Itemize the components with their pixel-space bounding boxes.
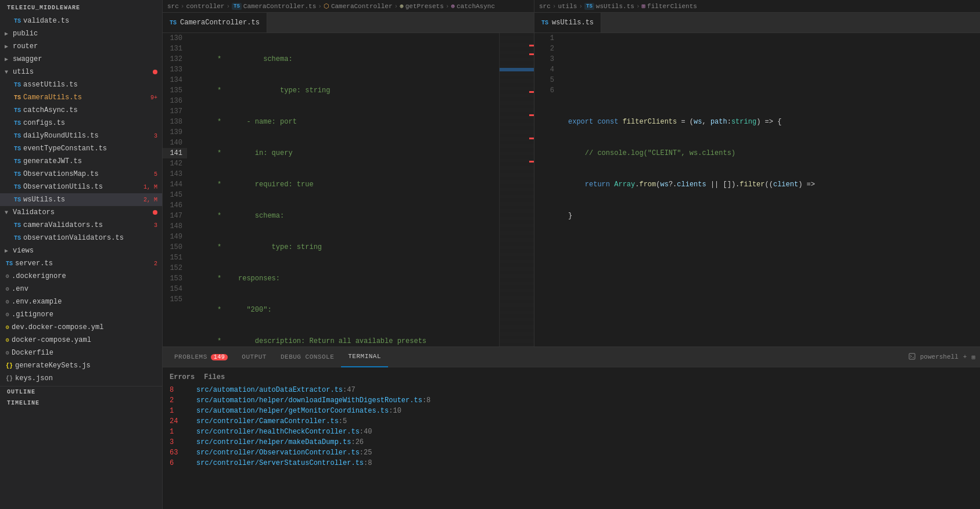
sidebar-item-dockerignore[interactable]: ⚙ .dockerignore [0,270,162,283]
bc-method: getPresets [405,3,444,10]
right-editor-content[interactable]: 1 2 3 4 5 6 export const [534,33,980,346]
line-numbers-right: 1 2 3 4 5 6 [534,33,563,346]
config-icon: ⚙ [6,311,9,318]
editor-pane-left: src › controller › TS CameraController.t… [163,0,534,346]
sidebar-item-envexample[interactable]: ⚙ .env.example [0,295,162,308]
file-label: generateJWT.ts [23,157,82,165]
left-editor-tabs: TS CameraController.ts [163,13,534,33]
sidebar-item-generatekeysets[interactable]: {} generateKeySets.js [0,359,162,372]
code-left[interactable]: * schema: * type: string * - name: port … [192,33,499,346]
sidebar-item-catchasync[interactable]: TS catchAsync.ts [0,104,162,117]
terminal-row-4: 24 src/controller/CameraController.ts:5 [170,416,973,427]
split-terminal-icon[interactable]: ⊞ [971,353,975,361]
sidebar-item-assetutils[interactable]: TS assetUtils.ts [0,78,162,91]
sidebar-item-dailyroundutils[interactable]: TS dailyRoundUtils.ts 3 [0,129,162,142]
sidebar-item-swagger[interactable]: ▶ swagger [0,53,162,66]
bc-file: CameraController.ts [243,3,316,10]
sidebar-item-observationutils[interactable]: TS ObservationUtils.ts 1, M [0,181,162,193]
chevron-right-icon: ▶ [5,247,13,254]
sidebar-item-views[interactable]: ▶ views [0,244,162,257]
error-count: 63 [170,447,187,458]
error-badge: 1, M [143,184,157,190]
tab-terminal-label: TERMINAL [348,353,381,360]
sidebar-item-camerautils[interactable]: TS CameraUtils.ts 9+ [0,91,162,104]
ts-tab-badge-right: TS [541,20,548,26]
sidebar-item-configs[interactable]: TS configs.ts [0,117,162,129]
chevron-right-icon: ▶ [5,30,13,37]
error-badge: 2, M [143,197,157,203]
bc-export-icon: ⊞ [641,2,645,10]
bc-src: src [167,3,179,10]
sidebar-item-utils[interactable]: ▼ utils [0,66,162,78]
add-terminal-icon[interactable]: + [963,353,967,360]
sidebar-item-keys[interactable]: {} keys.json [0,372,162,385]
folder-label: public [13,30,38,38]
file-label: ObservationUtils.ts [23,183,103,191]
tab-label: CameraController.ts [180,19,260,27]
minimap-marker [529,138,534,139]
file-label: server.ts [15,259,53,268]
minimap-marker [529,53,534,55]
sidebar-item-validators[interactable]: ▼ Validators [0,206,162,219]
error-count: 2 [170,395,187,406]
code-line-136: * type: string [196,242,499,252]
folder-label: router [13,42,38,50]
sidebar-item-observationvalidators[interactable]: TS observationValidators.ts [0,232,162,244]
tab-wsutils[interactable]: TS wsUtils.ts [534,13,601,33]
sidebar-item-devdocker[interactable]: ⚙ dev.docker-compose.yml [0,321,162,334]
timeline-label: TIMELINE [7,400,40,406]
sidebar-item-dockerfile[interactable]: ⚙ Dockerfile [0,346,162,359]
terminal-row-7: 63 src/controller/ObservationController.… [170,447,973,458]
file-path[interactable]: src/automation/helper/getMonitorCoordina… [196,406,401,416]
tab-output[interactable]: OUTPUT [235,347,274,367]
sidebar-item-gitignore[interactable]: ⚙ .gitignore [0,308,162,321]
sidebar-item-router[interactable]: ▶ router [0,40,162,53]
code-line-r3: export const filterClients = ( ws , path… [568,117,980,127]
sidebar-item-observationsmap[interactable]: TS ObservationsMap.ts 5 [0,168,162,181]
files-header: Files [204,372,225,382]
bc-ts-badge: TS [232,3,242,10]
sidebar-item-env[interactable]: ⚙ .env [0,283,162,295]
bc-ts-badge-right: TS [584,3,594,10]
chevron-right-icon: ▶ [5,43,13,50]
file-label: docker-compose.yaml [12,336,91,344]
file-path[interactable]: src/controller/ServerStatusController.ts… [196,458,372,468]
file-path[interactable]: src/automation/helper/downloadImageWithD… [196,395,430,406]
sidebar-item-wsutils[interactable]: TS wsUtils.ts 2, M [0,193,162,206]
file-path[interactable]: src/controller/helper/makeDataDump.ts:26 [196,437,364,447]
sidebar-item-dockercompose[interactable]: ⚙ docker-compose.yaml [0,334,162,346]
sidebar-item-validate[interactable]: TS validate.ts [0,15,162,27]
editor-split: src › controller › TS CameraController.t… [163,0,980,346]
sidebar-item-cameravalidators[interactable]: TS cameraValidators.ts 3 [0,219,162,232]
code-right[interactable]: export const filterClients = ( ws , path… [563,33,980,346]
sidebar-item-generatejwt[interactable]: TS generateJWT.ts [0,155,162,168]
code-line-r4: // console.log("CLEINT", ws.clients) [568,148,980,158]
terminal-row-8: 6 src/controller/ServerStatusController.… [170,458,973,468]
tab-debug-label: DEBUG CONSOLE [281,353,334,360]
sidebar-item-eventtypeconstant[interactable]: TS eventTypeConstant.ts [0,142,162,155]
file-path[interactable]: src/controller/CameraController.ts:5 [196,416,347,427]
tab-problems-label: PROBLEMS [174,353,207,360]
file-path[interactable]: src/controller/ObservationController.ts:… [196,447,372,458]
code-line-131: * type: string [196,85,499,96]
tab-problems[interactable]: PROBLEMS 149 [167,347,235,367]
bc-src-right: src [539,3,551,10]
sidebar-item-server[interactable]: TS server.ts 2 [0,257,162,270]
ts-icon: TS [14,171,21,178]
file-path[interactable]: src/controller/healthCheckController.ts:… [196,427,372,437]
minimap-left[interactable] [499,33,534,346]
left-editor-content[interactable]: 130 131 132 133 134 135 136 137 138 139 … [163,33,534,346]
tab-camera-controller[interactable]: TS CameraController.ts [163,13,267,33]
ts-icon: TS [14,197,21,203]
tab-debug-console[interactable]: DEBUG CONSOLE [274,347,341,367]
file-label: .env [12,285,28,293]
terminal-content[interactable]: Errors Files 8 src/automation/autoDataEx… [163,367,980,509]
modified-badge [153,210,157,215]
bottom-panel: PROBLEMS 149 OUTPUT DEBUG CONSOLE TERMIN… [163,346,980,509]
tab-label-right: wsUtils.ts [552,19,594,27]
tab-terminal[interactable]: TERMINAL [341,347,388,367]
file-path[interactable]: src/automation/autoDataExtractor.ts:47 [196,385,356,395]
sidebar-item-public[interactable]: ▶ public [0,27,162,40]
ts-icon: TS [14,133,21,139]
config-icon: ⚙ [6,349,9,356]
